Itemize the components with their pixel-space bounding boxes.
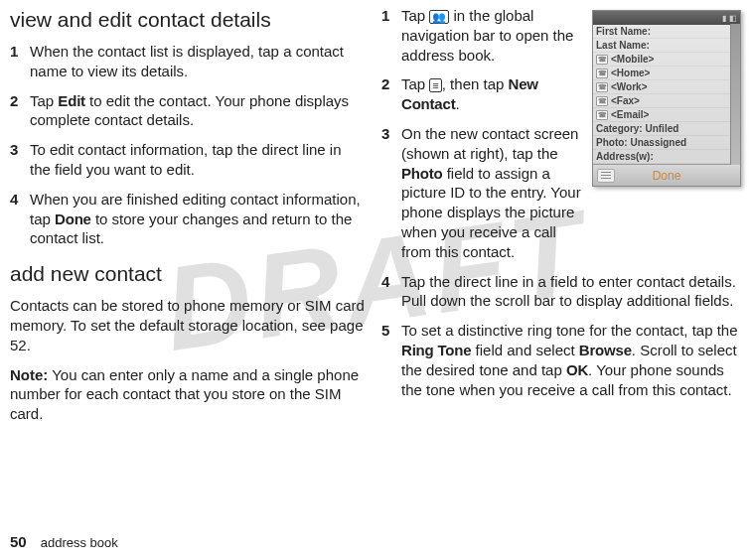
- field-label: <Work>: [611, 81, 648, 92]
- field-type-icon: ☎: [596, 55, 608, 65]
- phone-field[interactable]: Last Name:: [593, 39, 740, 53]
- phone-screenshot: ▮ ◧ First Name:Last Name:☎<Mobile>☎<Home…: [592, 10, 741, 187]
- footer-section-label: address book: [41, 535, 118, 550]
- step-1-r: 1 Tap 👥 in the global navigation bar to …: [381, 6, 584, 65]
- step-number: 2: [10, 91, 30, 131]
- paragraph-storage: Contacts can be stored to phone memory o…: [10, 296, 366, 354]
- phone-field[interactable]: ☎<Fax>: [593, 94, 740, 108]
- step-text: Tap the direct line in a field to enter …: [401, 272, 741, 312]
- phone-figure: ▮ ◧ First Name:Last Name:☎<Mobile>☎<Home…: [592, 10, 741, 187]
- scrollbar[interactable]: [730, 24, 740, 165]
- paragraph-note: Note: You can enter only a name and a si…: [10, 365, 366, 424]
- menu-lines-icon: ≡: [429, 78, 441, 92]
- field-type-icon: ☎: [596, 69, 608, 78]
- field-type-icon: ☎: [596, 110, 608, 120]
- step-number: 1: [381, 6, 401, 65]
- step-5-r: 5 To set a distinctive ring tone for the…: [381, 321, 741, 399]
- done-button[interactable]: Done: [653, 169, 681, 183]
- text: field and select: [471, 342, 578, 358]
- bold-ok: OK: [566, 361, 588, 378]
- heading-add-new: add new contact: [10, 262, 366, 286]
- heading-view-edit: view and edit contact details: [10, 8, 366, 32]
- step-number: 3: [381, 124, 401, 262]
- phone-field[interactable]: ☎<Work>: [593, 80, 740, 94]
- phone-status-bar: ▮ ◧: [593, 11, 740, 25]
- step-2-r: 2 Tap ≡, then tap New Contact.: [381, 74, 584, 114]
- step-number: 3: [10, 140, 30, 180]
- page-number: 50: [10, 533, 27, 550]
- step-text: When the contact list is displayed, tap …: [30, 42, 366, 81]
- text: Tap: [401, 7, 429, 24]
- field-label: Address(w):: [596, 151, 654, 162]
- step-number: 4: [381, 272, 401, 312]
- step-1: 1 When the contact list is displayed, ta…: [10, 42, 366, 81]
- field-type-icon: ☎: [596, 82, 608, 92]
- step-2: 2 Tap Edit to edit the contact. Your pho…: [10, 91, 366, 131]
- phone-field[interactable]: Address(w):: [593, 150, 740, 164]
- step-number: 4: [10, 190, 30, 248]
- phone-field[interactable]: ☎<Home>: [593, 67, 740, 80]
- phone-field[interactable]: ☎<Mobile>: [593, 53, 740, 67]
- step-number: 1: [10, 42, 30, 81]
- field-type-icon: ☎: [596, 96, 608, 106]
- field-label: Photo: Unassigned: [596, 137, 686, 148]
- page-footer: 50 address book: [10, 533, 118, 550]
- phone-field[interactable]: Category: Unfiled: [593, 122, 740, 136]
- bold-edit: Edit: [58, 92, 85, 109]
- status-icon: ▮: [722, 14, 726, 23]
- text: .: [455, 95, 459, 112]
- step-text: On the new contact screen (shown at righ…: [401, 124, 584, 262]
- field-label: <Fax>: [611, 95, 640, 106]
- bold-done: Done: [55, 210, 91, 227]
- bold-browse: Browse: [579, 342, 632, 358]
- field-label: First Name:: [596, 26, 651, 37]
- field-label: Category: Unfiled: [596, 123, 678, 134]
- phone-screen: ▮ ◧ First Name:Last Name:☎<Mobile>☎<Home…: [592, 10, 741, 187]
- text: On the new contact screen (shown at righ…: [401, 125, 578, 162]
- phone-field[interactable]: Photo: Unassigned: [593, 136, 740, 150]
- step-text: Tap 👥 in the global navigation bar to op…: [401, 6, 584, 65]
- step-number: 5: [381, 321, 401, 399]
- text: Tap: [30, 92, 58, 109]
- right-column: ▮ ◧ First Name:Last Name:☎<Mobile>☎<Home…: [376, 6, 741, 516]
- step-text: Tap Edit to edit the contact. Your phone…: [30, 91, 366, 131]
- step-number: 2: [381, 74, 401, 114]
- left-column: view and edit contact details 1 When the…: [10, 6, 376, 516]
- step-text: To edit contact information, tap the dir…: [30, 140, 366, 180]
- page-content: view and edit contact details 1 When the…: [0, 0, 751, 516]
- phone-bottom-bar: Done: [593, 164, 740, 186]
- step-text: When you are finished editing contact in…: [30, 190, 366, 248]
- text: To set a distinctive ring tone for the c…: [401, 322, 738, 339]
- step-text: Tap ≡, then tap New Contact.: [401, 74, 584, 114]
- bold-photo: Photo: [401, 165, 443, 182]
- bold-ring-tone: Ring Tone: [401, 342, 471, 358]
- phone-field[interactable]: First Name:: [593, 25, 740, 39]
- field-label: Last Name:: [596, 40, 650, 51]
- text: Tap: [401, 75, 429, 92]
- step-3: 3 To edit contact information, tap the d…: [10, 140, 366, 180]
- status-icon: ◧: [729, 14, 737, 23]
- phone-field[interactable]: ☎<Email>: [593, 108, 740, 122]
- field-label: <Email>: [611, 109, 649, 120]
- step-4: 4 When you are finished editing contact …: [10, 190, 366, 248]
- step-3-r: 3 On the new contact screen (shown at ri…: [381, 124, 584, 262]
- note-text: You can enter only a name and a single p…: [10, 366, 359, 423]
- text: , then tap: [442, 75, 509, 92]
- step-4-r: 4 Tap the direct line in a field to ente…: [381, 272, 741, 312]
- field-label: <Home>: [611, 68, 650, 78]
- menu-icon[interactable]: [597, 169, 615, 183]
- step-text: To set a distinctive ring tone for the c…: [401, 321, 741, 399]
- note-label: Note:: [10, 366, 48, 383]
- contacts-icon: 👥: [429, 10, 449, 24]
- field-label: <Mobile>: [611, 54, 654, 65]
